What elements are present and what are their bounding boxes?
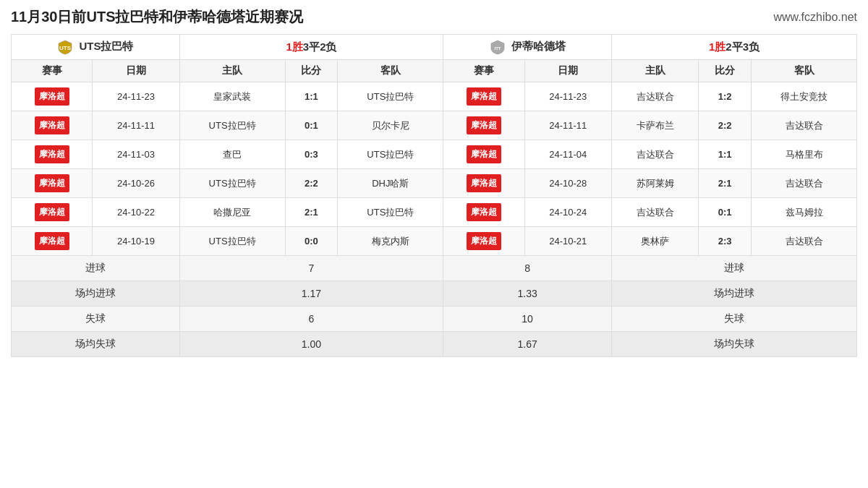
right-record-draw: 2平 [726, 40, 742, 53]
right-team-header: ITT 伊蒂哈德塔 [443, 35, 612, 60]
left-team-record: 1胜3平2负 [179, 35, 443, 60]
right-match-home: 苏阿莱姆 [611, 169, 698, 198]
right-avg-goals-value: 1.33 [443, 281, 612, 307]
avg-concede-row: 场均失球 1.00 1.67 场均失球 [12, 332, 857, 357]
main-table: UTS UTS拉巴特 1胜3平2负 ITT 伊蒂哈德塔 1胜2平3负 赛事 [11, 34, 857, 357]
right-match-away: 吉达联合 [752, 227, 857, 256]
left-match-home: UTS拉巴特 [179, 227, 285, 256]
right-match-score: 2:2 [699, 111, 752, 140]
left-match-date: 24-10-26 [93, 169, 179, 198]
right-concede-value: 10 [443, 307, 612, 332]
svg-text:UTS: UTS [59, 45, 72, 51]
right-match-home: 吉达联合 [611, 198, 698, 227]
right-avg-concede-label: 场均失球 [611, 332, 856, 357]
left-match-home: 皇家武装 [179, 82, 285, 111]
match-row: 摩洛超 24-11-11 UTS拉巴特 0:1 贝尔卡尼 摩洛超 24-11-1… [12, 111, 857, 140]
right-match-date: 24-10-24 [524, 198, 611, 227]
right-team-icon: ITT [490, 39, 506, 55]
right-match-away: 吉达联合 [752, 169, 857, 198]
right-avg-concede-value: 1.67 [443, 332, 612, 357]
left-col-date: 日期 [93, 60, 179, 82]
left-record-lose: 2负 [320, 40, 336, 53]
left-team-name: UTS拉巴特 [79, 40, 133, 52]
right-col-home: 主队 [611, 60, 698, 82]
left-match-type: 摩洛超 [12, 111, 93, 140]
right-match-away: 得土安竞技 [752, 82, 857, 111]
left-goals-label: 进球 [12, 256, 180, 281]
right-match-date: 24-11-23 [524, 82, 611, 111]
left-team-header: UTS UTS拉巴特 [12, 35, 180, 60]
left-match-type: 摩洛超 [12, 140, 93, 169]
left-match-home: UTS拉巴特 [179, 169, 285, 198]
left-avg-concede-label: 场均失球 [12, 332, 180, 357]
left-match-type: 摩洛超 [12, 169, 93, 198]
left-match-away: 梅克内斯 [338, 227, 443, 256]
right-concede-label: 失球 [611, 307, 856, 332]
match-row: 摩洛超 24-11-23 皇家武装 1:1 UTS拉巴特 摩洛超 24-11-2… [12, 82, 857, 111]
left-match-home: UTS拉巴特 [179, 111, 285, 140]
right-match-away: 吉达联合 [752, 111, 857, 140]
left-match-date: 24-11-23 [93, 82, 179, 111]
left-avg-concede-value: 1.00 [179, 332, 443, 357]
svg-text:ITT: ITT [494, 46, 501, 51]
website-label: www.fczhibo.net [773, 11, 857, 24]
left-match-away: UTS拉巴特 [338, 198, 443, 227]
left-avg-goals-value: 1.17 [179, 281, 443, 307]
page-header: 11月30日前UTS拉巴特和伊蒂哈德塔近期赛况 www.fczhibo.net [11, 7, 857, 27]
left-match-score: 1:1 [285, 82, 338, 111]
right-record-lose: 3负 [743, 40, 760, 53]
right-goals-value: 8 [443, 256, 612, 281]
right-team-name: 伊蒂哈德塔 [511, 40, 566, 52]
left-col-away: 客队 [338, 60, 443, 82]
match-row: 摩洛超 24-10-19 UTS拉巴特 0:0 梅克内斯 摩洛超 24-10-2… [12, 227, 857, 256]
page-title: 11月30日前UTS拉巴特和伊蒂哈德塔近期赛况 [11, 7, 304, 27]
right-match-away: 兹马姆拉 [752, 198, 857, 227]
left-record-win: 1胜 [286, 40, 302, 53]
left-record-draw: 3平 [303, 40, 320, 53]
right-match-home: 吉达联合 [611, 82, 698, 111]
left-match-away: UTS拉巴特 [338, 82, 443, 111]
right-col-away: 客队 [752, 60, 857, 82]
left-match-home: 哈撒尼亚 [179, 198, 285, 227]
left-concede-label: 失球 [12, 307, 180, 332]
right-match-date: 24-11-11 [524, 111, 611, 140]
right-avg-goals-label: 场均进球 [611, 281, 856, 307]
right-match-home: 吉达联合 [611, 140, 698, 169]
left-col-home: 主队 [179, 60, 285, 82]
left-match-date: 24-11-11 [93, 111, 179, 140]
left-match-home: 查巴 [179, 140, 285, 169]
right-col-date: 日期 [524, 60, 611, 82]
right-match-date: 24-11-04 [524, 140, 611, 169]
right-match-type: 摩洛超 [443, 111, 524, 140]
right-match-away: 马格里布 [752, 140, 857, 169]
left-col-score: 比分 [285, 60, 338, 82]
left-match-away: UTS拉巴特 [338, 140, 443, 169]
right-team-record: 1胜2平3负 [611, 35, 856, 60]
match-row: 摩洛超 24-10-22 哈撒尼亚 2:1 UTS拉巴特 摩洛超 24-10-2… [12, 198, 857, 227]
right-record-win: 1胜 [709, 40, 726, 53]
right-match-type: 摩洛超 [443, 227, 524, 256]
left-match-date: 24-10-19 [93, 227, 179, 256]
right-match-home: 奥林萨 [611, 227, 698, 256]
page-container: 11月30日前UTS拉巴特和伊蒂哈德塔近期赛况 www.fczhibo.net … [0, 0, 868, 364]
right-col-type: 赛事 [443, 60, 524, 82]
left-match-score: 0:0 [285, 227, 338, 256]
right-match-date: 24-10-28 [524, 169, 611, 198]
right-goals-label: 进球 [611, 256, 856, 281]
left-match-score: 0:1 [285, 111, 338, 140]
right-match-date: 24-10-21 [524, 227, 611, 256]
left-col-type: 赛事 [12, 60, 93, 82]
right-match-score: 2:1 [699, 169, 752, 198]
goals-row: 进球 7 8 进球 [12, 256, 857, 281]
concede-row: 失球 6 10 失球 [12, 307, 857, 332]
left-match-score: 0:3 [285, 140, 338, 169]
left-match-away: 贝尔卡尼 [338, 111, 443, 140]
left-match-score: 2:2 [285, 169, 338, 198]
right-match-score: 0:1 [699, 198, 752, 227]
left-match-date: 24-11-03 [93, 140, 179, 169]
col-header-row: 赛事 日期 主队 比分 客队 赛事 日期 主队 比分 客队 [12, 60, 857, 82]
right-col-score: 比分 [699, 60, 752, 82]
left-match-date: 24-10-22 [93, 198, 179, 227]
right-match-score: 1:1 [699, 140, 752, 169]
match-row: 摩洛超 24-10-26 UTS拉巴特 2:2 DHJ哈斯 摩洛超 24-10-… [12, 169, 857, 198]
